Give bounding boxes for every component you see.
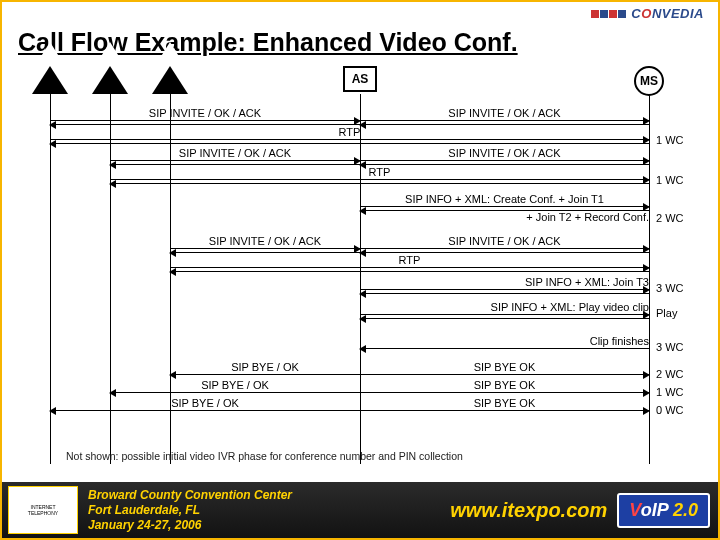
note-1wc-a: 1 WC: [656, 134, 700, 146]
actor-as: AS: [343, 66, 377, 92]
note-1wc-c: 1 WC: [656, 386, 700, 398]
msg-info-play-clip: SIP INFO + XML: Play video clip: [360, 314, 649, 328]
note-1wc-b: 1 WC: [656, 174, 700, 186]
note-3wc-a: 3 WC: [656, 282, 700, 294]
msg-bye-t1-as: SIP BYE / OK: [50, 410, 360, 424]
msg-clip-finishes: Clip finishes: [360, 348, 649, 362]
footer-banner: INTERNET TELEPHONY Broward County Conven…: [2, 482, 718, 538]
note-0wc: 0 WC: [656, 404, 700, 416]
footnote: Not shown: possible initial video IVR ph…: [66, 450, 463, 462]
expo-badge: INTERNET TELEPHONY: [8, 486, 78, 534]
actor-t2: T2: [92, 66, 128, 94]
msg-bye-as-ms-3: SIP BYE OK: [360, 410, 649, 424]
note-play: Play: [656, 307, 700, 319]
actor-t3: T3: [152, 66, 188, 94]
note-3wc-b: 3 WC: [656, 341, 700, 353]
sequence-diagram: T1 T2 T3 AS MS 1 WC 1 WC 2 WC 3 WC Play …: [26, 66, 694, 466]
venue-info: Broward County Convention Center Fort La…: [88, 488, 292, 533]
note-2wc-b: 2 WC: [656, 368, 700, 380]
brand-logo: CONVEDIA: [591, 6, 704, 21]
note-2wc-a: 2 WC: [656, 212, 700, 224]
actor-ms: MS: [634, 66, 664, 96]
event-url: www.itexpo.com: [450, 499, 607, 522]
actor-t1: T1: [32, 66, 68, 94]
voip-logo: VoIP 2.0: [617, 493, 710, 528]
brand-name: CONVEDIA: [631, 6, 704, 21]
msg-rtp-t2-ms: RTP: [110, 179, 649, 193]
